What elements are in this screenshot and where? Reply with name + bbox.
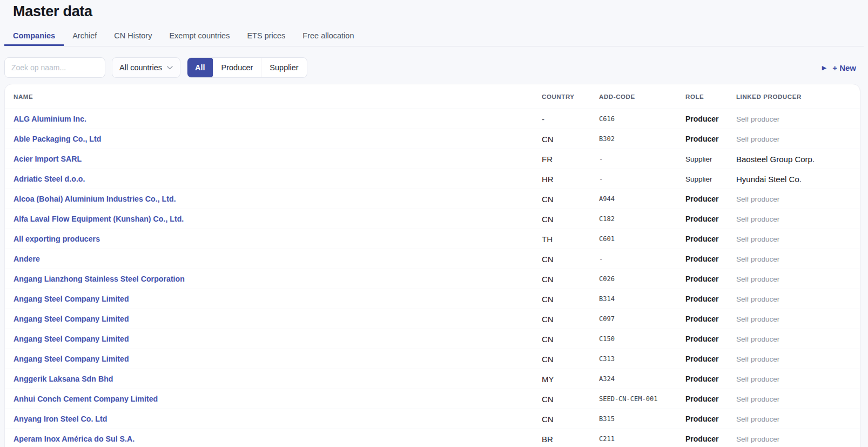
country-cell: MY — [542, 375, 599, 384]
country-cell: CN — [542, 295, 599, 304]
table-row: Angang Steel Company Limited CN C097 Pro… — [5, 309, 860, 329]
name-cell: Able Packaging Co., Ltd — [14, 134, 542, 144]
segment-producer[interactable]: Producer — [213, 58, 261, 77]
company-name-link[interactable]: ALG Aluminium Inc. — [14, 115, 86, 123]
role-cell: Producer — [685, 215, 736, 223]
company-name-link[interactable]: Able Packaging Co., Ltd — [14, 135, 101, 143]
tab-companies[interactable]: Companies — [4, 27, 64, 46]
name-cell: Angang Steel Company Limited — [14, 294, 542, 304]
company-name-link[interactable]: Anyang Iron Steel Co. Ltd — [14, 415, 107, 423]
tab-exempt-countries[interactable]: Exempt countries — [160, 27, 238, 46]
new-button[interactable]: + New — [832, 63, 856, 72]
column-header-linked-producer: LINKED PRODUCER — [736, 94, 860, 100]
name-cell: Anggerik Laksana Sdn Bhd — [14, 374, 542, 384]
linked-producer-cell: Self producer — [736, 135, 860, 143]
company-name-link[interactable]: Acier Import SARL — [14, 155, 82, 163]
company-name-link[interactable]: Adriatic Steel d.o.o. — [14, 175, 85, 183]
column-header-add-code: ADD-CODE — [599, 94, 685, 100]
role-cell: Producer — [685, 355, 736, 363]
name-cell: Alcoa (Bohai) Aluminium Industries Co., … — [14, 194, 542, 204]
add-code-cell: C026 — [599, 275, 685, 283]
name-cell: Angang Lianzhong Stainless Steel Corpora… — [14, 274, 542, 284]
linked-producer-cell: Self producer — [736, 255, 860, 263]
name-cell: All exporting producers — [14, 234, 542, 244]
name-cell: Anhui Conch Cement Company Limited — [14, 394, 542, 404]
role-cell: Producer — [685, 315, 736, 323]
country-cell: - — [542, 115, 599, 124]
role-cell: Producer — [685, 135, 736, 143]
add-code-cell: C313 — [599, 355, 685, 363]
add-code-cell: - — [599, 155, 685, 163]
linked-producer-cell: Self producer — [736, 375, 860, 383]
add-code-cell: B315 — [599, 415, 685, 423]
tab-label: CN History — [114, 31, 152, 40]
name-cell: ALG Aluminium Inc. — [14, 114, 542, 124]
country-cell: CN — [542, 395, 599, 404]
companies-table-card: NAMECOUNTRYADD-CODEROLELINKED PRODUCER A… — [4, 84, 860, 447]
company-name-link[interactable]: Angang Steel Company Limited — [14, 315, 129, 323]
table-row: Anhui Conch Cement Company Limited CN SE… — [5, 389, 860, 409]
country-cell: CN — [542, 315, 599, 324]
country-filter-value: All countries — [119, 63, 162, 72]
linked-producer-cell: Self producer — [736, 355, 860, 363]
company-name-link[interactable]: All exporting producers — [14, 235, 100, 243]
name-cell: Acier Import SARL — [14, 154, 542, 164]
company-name-link[interactable]: Alfa Laval Flow Equipment (Kunshan) Co.,… — [14, 215, 184, 223]
table-row: Aperam Inox América do Sul S.A. BR C211 … — [5, 429, 860, 447]
add-code-cell: C601 — [599, 235, 685, 243]
tab-free-allocation[interactable]: Free allocation — [294, 27, 362, 46]
search-input[interactable] — [4, 57, 105, 78]
company-name-link[interactable]: Anhui Conch Cement Company Limited — [14, 395, 158, 403]
role-cell: Producer — [685, 395, 736, 403]
table-row: Anyang Iron Steel Co. Ltd CN B315 Produc… — [5, 409, 860, 429]
country-cell: TH — [542, 235, 599, 244]
country-cell: CN — [542, 415, 599, 424]
company-name-link[interactable]: Andere — [14, 255, 40, 263]
tab-ets-prices[interactable]: ETS prices — [238, 27, 294, 46]
tab-archief[interactable]: Archief — [64, 27, 105, 46]
add-code-cell: B302 — [599, 135, 685, 143]
segment-all[interactable]: All — [187, 57, 213, 78]
name-cell: Alfa Laval Flow Equipment (Kunshan) Co.,… — [14, 214, 542, 224]
add-code-cell: C150 — [599, 335, 685, 343]
name-cell: Aperam Inox América do Sul S.A. — [14, 434, 542, 444]
table-row: Anggerik Laksana Sdn Bhd MY A324 Produce… — [5, 369, 860, 389]
country-cell: CN — [542, 275, 599, 284]
tab-cn-history[interactable]: CN History — [105, 27, 160, 46]
add-code-cell: B314 — [599, 295, 685, 303]
company-name-link[interactable]: Angang Steel Company Limited — [14, 355, 129, 363]
linked-producer-cell: Self producer — [736, 215, 860, 223]
table-row: Acier Import SARL FR - Supplier Baosteel… — [5, 149, 860, 169]
country-cell: CN — [542, 335, 599, 344]
role-cell: Producer — [685, 335, 736, 343]
role-cell: Producer — [685, 115, 736, 123]
country-cell: CN — [542, 135, 599, 144]
chevron-down-icon — [167, 66, 173, 70]
company-name-link[interactable]: Angang Steel Company Limited — [14, 335, 129, 343]
role-cell: Producer — [685, 255, 736, 263]
triangle-right-icon[interactable]: ▶ — [822, 65, 826, 71]
country-filter-dropdown[interactable]: All countries — [112, 57, 180, 78]
table-row: Able Packaging Co., Ltd CN B302 Producer… — [5, 129, 860, 149]
company-name-link[interactable]: Angang Steel Company Limited — [14, 295, 129, 303]
country-cell: CN — [542, 195, 599, 204]
linked-producer-cell: Self producer — [736, 335, 860, 343]
linked-producer-cell: Self producer — [736, 435, 860, 443]
new-control: ▶ + New — [822, 63, 856, 72]
company-name-link[interactable]: Aperam Inox América do Sul S.A. — [14, 435, 134, 443]
segment-supplier[interactable]: Supplier — [261, 58, 306, 77]
company-name-link[interactable]: Anggerik Laksana Sdn Bhd — [14, 375, 113, 383]
table-row: Angang Steel Company Limited CN C313 Pro… — [5, 349, 860, 369]
add-code-cell: - — [599, 175, 685, 183]
company-name-link[interactable]: Angang Lianzhong Stainless Steel Corpora… — [14, 275, 185, 283]
role-cell: Producer — [685, 195, 736, 203]
add-code-cell: C097 — [599, 315, 685, 323]
company-name-link[interactable]: Alcoa (Bohai) Aluminium Industries Co., … — [14, 195, 176, 203]
role-cell: Producer — [685, 415, 736, 423]
country-cell: CN — [542, 215, 599, 224]
name-cell: Adriatic Steel d.o.o. — [14, 174, 542, 184]
master-data-page: Master data CompaniesArchiefCN HistoryEx… — [0, 3, 868, 447]
name-cell: Andere — [14, 254, 542, 264]
linked-producer-cell: Self producer — [736, 235, 860, 243]
name-cell: Angang Steel Company Limited — [14, 314, 542, 324]
